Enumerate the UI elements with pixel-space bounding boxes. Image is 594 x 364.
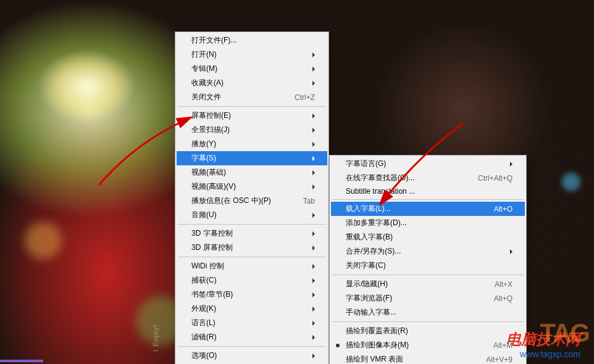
menu-item-label: 打开(N) — [191, 49, 312, 60]
menu-separator — [332, 275, 524, 275]
menu-item-label: 在线字幕查找器(O)... — [346, 173, 466, 183]
menu-item-label: 全景扫描(J) — [191, 125, 312, 135]
menu-item-label: 专辑(M) — [191, 64, 312, 74]
menu-item-label: 语言(L) — [191, 318, 312, 328]
chevron-right-icon — [312, 128, 315, 133]
menu-item[interactable]: 滤镜(R) — [177, 330, 327, 344]
menu-item[interactable]: 外观(K) — [177, 302, 327, 316]
menu-item[interactable]: WiDi 控制 — [177, 259, 327, 273]
menu-separator — [178, 346, 326, 347]
menu-item-shortcut: Alt+O — [494, 205, 512, 213]
menu-item-label: 关闭文件 — [191, 92, 282, 102]
menu-item-label: 描绘到覆盖表面(R) — [346, 326, 512, 336]
menu-item[interactable]: 3D 屏幕控制 — [177, 241, 327, 255]
menu-item[interactable]: 3D 字幕控制 — [177, 226, 327, 241]
chevron-right-icon — [312, 81, 315, 86]
menu-item-label: 视频(基础) — [191, 167, 312, 178]
chevron-right-icon — [312, 52, 315, 57]
menu-item-label: 3D 屏幕控制 — [191, 242, 312, 253]
menu-item[interactable]: 关闭字幕(C) — [331, 259, 525, 273]
menu-item-shortcut: Tab — [303, 197, 315, 205]
menu-separator — [332, 199, 524, 200]
chevron-right-icon — [312, 142, 315, 147]
chevron-right-icon — [510, 249, 512, 254]
radio-indicator-icon — [336, 344, 340, 347]
menu-item[interactable]: 手动输入字幕... — [331, 305, 525, 320]
menu-item-label: 打开文件(F)... — [191, 35, 315, 46]
chevron-right-icon — [312, 114, 315, 118]
menu-item[interactable]: 选项(O) — [177, 349, 327, 363]
menu-item[interactable]: 字幕浏览器(F)Alt+Q — [331, 291, 525, 305]
menu-item[interactable]: 视频(基础) — [177, 165, 327, 180]
menu-item-label: 音频(U) — [191, 210, 312, 220]
menu-item-shortcut: Alt+X — [495, 280, 512, 289]
menu-item[interactable]: 屏幕控制(E) — [177, 109, 327, 123]
menu-item[interactable]: 关闭文件Ctrl+Z — [177, 90, 327, 104]
menu-item-label: Subtitle translation ... — [346, 187, 512, 196]
chevron-right-icon — [312, 292, 315, 297]
menu-item[interactable]: 书签/章节(B) — [177, 287, 327, 302]
chevron-right-icon — [312, 278, 315, 283]
menu-item-label: 收藏夹(A) — [191, 78, 312, 88]
chevron-right-icon — [312, 67, 315, 72]
menu-item[interactable]: 收藏夹(A) — [177, 76, 327, 90]
menu-item[interactable]: 重载入字幕(B) — [331, 230, 525, 244]
menu-item-label: 手动输入字幕... — [346, 307, 512, 318]
menu-item[interactable]: 播放信息(在 OSC 中)(P)Tab — [177, 194, 327, 208]
menu-item-shortcut: Ctrl+Alt+Q — [478, 174, 512, 183]
menu-item-shortcut: Ctrl+Z — [295, 93, 315, 102]
context-menu-subtitles: 字幕语言(G)在线字幕查找器(O)...Ctrl+Alt+QSubtitle t… — [329, 155, 527, 364]
menu-separator — [332, 321, 524, 322]
chevron-right-icon — [312, 335, 315, 340]
chevron-right-icon — [510, 162, 512, 167]
chevron-right-icon — [312, 307, 315, 312]
menu-item[interactable]: 捕获(C) — [177, 273, 327, 287]
menu-item[interactable]: 描绘到图像本身(M)Alt+M — [331, 338, 525, 352]
menu-item[interactable]: 打开(N) — [177, 48, 327, 62]
chevron-right-icon — [312, 170, 315, 175]
menu-item[interactable]: 合并/另存为(S)... — [331, 244, 525, 259]
menu-item[interactable]: 播放(Y) — [177, 137, 327, 151]
menu-item-label: 描绘到 VMR 表面 — [346, 354, 474, 364]
menu-item[interactable]: 载入字幕(L)...Alt+O — [331, 202, 525, 216]
menu-item[interactable]: 打开文件(F)... — [177, 33, 327, 48]
progress-bar[interactable] — [0, 360, 43, 362]
menu-item-label: 播放信息(在 OSC 中)(P) — [191, 196, 291, 206]
menu-item[interactable]: 音频(U) — [177, 208, 327, 222]
menu-item-label: 书签/章节(B) — [191, 289, 312, 300]
chevron-right-icon — [312, 231, 315, 236]
menu-item-label: 描绘到图像本身(M) — [346, 340, 481, 350]
chevron-right-icon — [312, 264, 315, 269]
menu-item-label: 选项(O) — [191, 350, 312, 361]
menu-item-shortcut: Alt+M — [493, 341, 512, 350]
menu-item[interactable]: 显示/隐藏(H)Alt+X — [331, 277, 525, 291]
chevron-right-icon — [312, 184, 315, 189]
menu-item-label: 字幕浏览器(F) — [346, 293, 482, 304]
bokeh-light — [562, 173, 580, 191]
menu-item[interactable]: 视频(高级)(V) — [177, 180, 327, 194]
chevron-right-icon — [312, 246, 315, 250]
menu-item[interactable]: 描绘到覆盖表面(R) — [331, 324, 525, 338]
menu-separator — [178, 257, 326, 257]
menu-item[interactable]: 语言(L) — [177, 316, 327, 330]
menu-item[interactable]: Subtitle translation ... — [331, 185, 525, 197]
menu-item-label: 关闭字幕(C) — [346, 260, 512, 271]
menu-item[interactable]: 在线字幕查找器(O)...Ctrl+Alt+Q — [331, 171, 525, 185]
menu-item[interactable]: 字幕(S) — [177, 151, 327, 165]
lamp-glow-effect — [37, 49, 136, 123]
menu-item-label: 滤镜(R) — [191, 332, 312, 342]
menu-item[interactable]: 全景扫描(J) — [177, 123, 327, 137]
chevron-right-icon — [312, 156, 315, 161]
menu-separator — [178, 106, 326, 107]
menu-item[interactable]: 描绘到 VMR 表面Alt+V+9 — [331, 352, 525, 364]
chevron-right-icon — [312, 354, 315, 358]
menu-item-label: WiDi 控制 — [191, 261, 312, 271]
menu-item-label: 重载入字幕(B) — [346, 232, 512, 242]
menu-item-label: 载入字幕(L)... — [346, 204, 482, 214]
menu-item[interactable]: 添加多重字幕(D)... — [331, 216, 525, 230]
menu-item-label: 捕获(C) — [191, 275, 312, 286]
menu-item-label: 视频(高级)(V) — [191, 181, 312, 192]
menu-item[interactable]: 字幕语言(G) — [331, 157, 525, 171]
menu-item-label: 播放(Y) — [191, 139, 312, 149]
menu-item[interactable]: 专辑(M) — [177, 62, 327, 76]
